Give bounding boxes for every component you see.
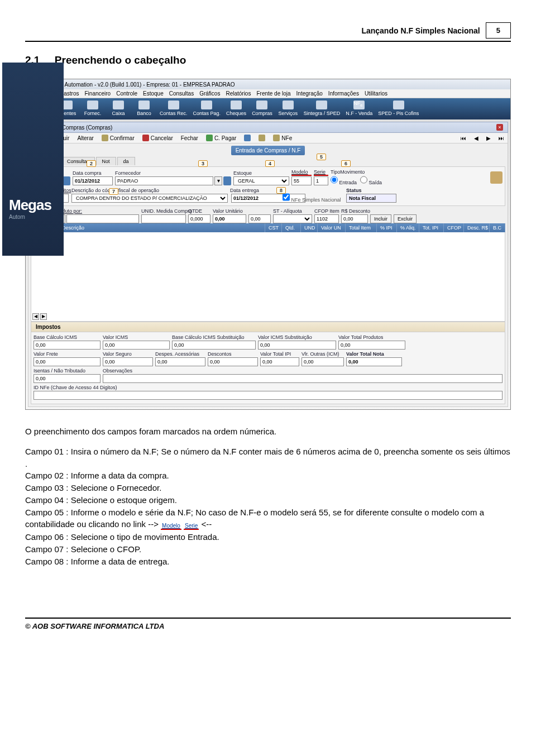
modelo-input[interactable] [291, 176, 312, 185]
tipomov-label: TipoMovimento [331, 169, 392, 175]
radio-saida[interactable]: Saída [360, 175, 382, 185]
valor-frete-input[interactable] [34, 357, 100, 366]
info-icon[interactable] [63, 176, 70, 185]
vlr-outras-input[interactable] [302, 357, 344, 366]
toolbar-cheques[interactable]: Cheques [224, 101, 248, 116]
nav-last[interactable]: ⏭ [499, 135, 504, 141]
contas-rec-icon [168, 101, 179, 109]
confirmar-button[interactable]: Confirmar [102, 135, 135, 141]
qtde-input[interactable] [188, 214, 210, 223]
campo-07: Campo 07 : Selecione o CFOP. [25, 543, 511, 556]
menu-bar: Arquivo Cadastros Financeiro Controle Es… [26, 89, 510, 98]
estoque-select[interactable]: GERAL [233, 176, 289, 185]
toolbar-sintegra[interactable]: Sintegra / SPED [302, 101, 343, 116]
descontos-input[interactable] [208, 357, 258, 366]
tab-da[interactable]: da [117, 157, 135, 165]
vunit-input[interactable] [213, 214, 246, 223]
modelo-label[interactable]: Modelo [291, 169, 312, 176]
toolbar-contas-rec[interactable]: Contas Rec. [157, 101, 190, 116]
callout-3: 3 [198, 160, 208, 167]
fechar-button[interactable]: Fechar [181, 135, 198, 141]
page-number: 5 [486, 22, 511, 39]
toolbar-banco[interactable]: Banco [132, 101, 156, 116]
menu-item[interactable]: Utilitarios [365, 90, 387, 97]
valor-total-prod-input[interactable] [338, 341, 405, 350]
desp-acess-input[interactable] [155, 357, 205, 366]
isentas-input[interactable] [34, 374, 100, 383]
menu-item[interactable]: Informações [328, 90, 359, 97]
cfop-item-input[interactable] [314, 214, 339, 223]
base-icms-sub-input[interactable] [172, 341, 256, 350]
valor-total-ipi-label: Valor Total IPI [260, 351, 299, 357]
toolbar-sped[interactable]: SPED - Pis Cofins [376, 101, 421, 116]
menu-item[interactable]: Consultas [169, 90, 194, 97]
campo-01: Campo 01 : Insira o número da N.F; Se o … [25, 446, 511, 470]
nav-first[interactable]: ⏮ [461, 135, 466, 141]
valor-icms-input[interactable] [103, 341, 170, 350]
radio-entrada[interactable]: Entrada [331, 175, 357, 185]
form-section-title: Entrada de Compras / N.F [231, 146, 305, 155]
excluir-item-button[interactable]: Excluir [394, 214, 417, 223]
unid-input[interactable] [141, 214, 186, 223]
nav-next[interactable]: ▶ [486, 135, 491, 141]
toolbar-contas-pag[interactable]: Contas Pag. [191, 101, 223, 116]
logo-text: Megas [9, 197, 51, 214]
contas-pag-icon [201, 101, 212, 109]
toolbar-nfvenda[interactable]: NFeN.F - Venda [343, 101, 375, 116]
menu-item[interactable]: Frente de loja [256, 90, 290, 97]
base-icms-sub-label: Base Cálculo ICMS Substituição [172, 334, 256, 340]
toolbar-compras[interactable]: Compras [250, 101, 275, 116]
cpagar-button[interactable]: C. Pagar [206, 135, 236, 141]
extra-icon-2[interactable] [259, 135, 265, 141]
toolbar-caixa[interactable]: Caixa [106, 101, 131, 116]
serie-label[interactable]: Serie [314, 169, 328, 176]
st-select[interactable] [273, 214, 312, 223]
toolbar-fornec[interactable]: Fornec. [80, 101, 105, 116]
valor-icms-sub-input[interactable] [258, 341, 336, 350]
scroll-left-icon[interactable]: ◀ [32, 313, 39, 320]
toolbar-servicos[interactable]: Serviços [276, 101, 300, 116]
menu-item[interactable]: Integração [296, 90, 323, 97]
nfe-toolbar-button[interactable]: NFe [273, 135, 292, 141]
fornecedor-refresh-icon[interactable] [223, 176, 231, 185]
cancelar-button[interactable]: Cancelar [142, 135, 173, 141]
intro-text: O preenchimento dos campos foram marcado… [25, 425, 511, 438]
extra-icon-1[interactable] [244, 135, 251, 141]
valor-icms-sub-label: Valor ICMS Substituição [258, 334, 336, 340]
desc-cfop-select[interactable]: COMPRA DENTRO DO ESTADO P/ COMERCIALIZAÇ… [71, 194, 228, 203]
campo-03: Campo 03 : Selecione o Fornecedor. [25, 482, 511, 494]
obs-input[interactable] [103, 374, 502, 383]
close-icon[interactable]: × [496, 124, 503, 131]
datacompra-label: Data compra [73, 170, 113, 176]
menu-item[interactable]: Gráficos [199, 90, 220, 97]
vunit2-input[interactable] [248, 214, 271, 223]
fornecedor-dropdown-icon[interactable]: ▾ [214, 176, 222, 185]
menu-item[interactable]: Relatórios [226, 90, 251, 97]
valor-total-ipi-input[interactable] [260, 357, 299, 366]
pesq-input[interactable] [66, 214, 139, 223]
fornecedor-input[interactable] [115, 176, 213, 185]
fornec-icon [87, 101, 98, 109]
menu-item[interactable]: Controle [116, 90, 137, 97]
descontos-label: Descontos [208, 351, 258, 357]
base-icms-input[interactable] [34, 341, 100, 350]
menu-item[interactable]: Estoque [143, 90, 164, 97]
nfe-simples-checkbox[interactable]: NFe Simples Nacional [283, 193, 344, 203]
menu-item[interactable]: Financeiro [84, 90, 111, 97]
modelo-serie-link[interactable]: Modelo Serie [161, 519, 199, 531]
valor-seguro-input[interactable] [103, 357, 153, 366]
nav-prev[interactable]: ◀ [474, 135, 478, 141]
datacompra-input[interactable] [73, 176, 113, 185]
scroll-right-icon[interactable]: ▶ [40, 313, 47, 320]
serie-input[interactable] [314, 176, 328, 185]
desconto-input[interactable] [341, 214, 368, 223]
tab-not[interactable]: Not [96, 157, 116, 165]
explanation-text: O preenchimento dos campos foram marcado… [25, 425, 511, 567]
incluir-button[interactable]: Incluir [370, 214, 391, 223]
idnfe-input[interactable] [34, 391, 502, 400]
alterar-button[interactable]: Alterar [77, 135, 93, 141]
doc-icon [244, 135, 251, 141]
window-title: Megasale Automation - v2.0 (Build 1.001)… [39, 82, 235, 88]
sintegra-icon [316, 101, 327, 109]
valor-total-nota-input[interactable] [346, 357, 402, 366]
